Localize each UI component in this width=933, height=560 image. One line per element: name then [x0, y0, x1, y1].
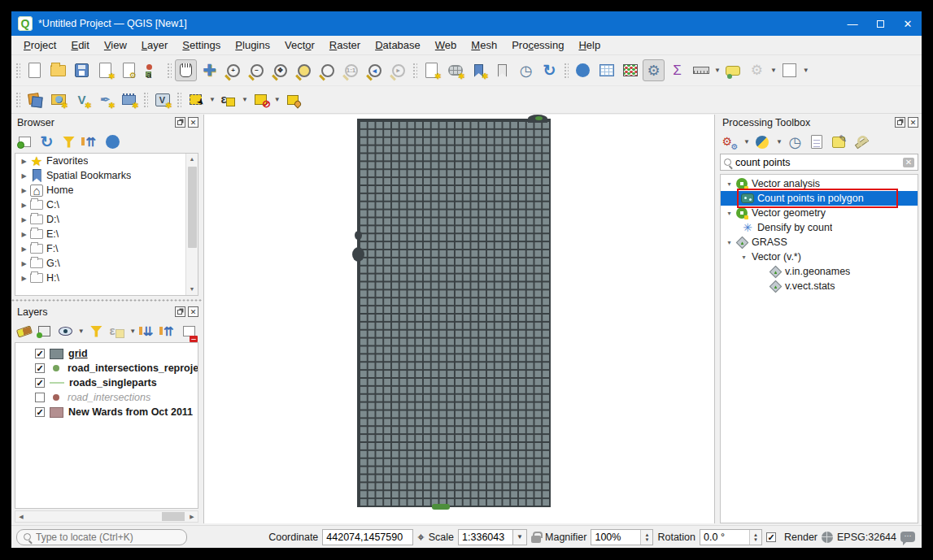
browser-item-e[interactable]: ▶E:\: [15, 227, 198, 241]
select-by-expression-button[interactable]: ε: [217, 89, 239, 111]
rotation-input[interactable]: [700, 530, 749, 545]
coordinate-input[interactable]: [322, 529, 413, 545]
open-project-button[interactable]: [47, 59, 69, 81]
scroll-thumb[interactable]: [162, 512, 185, 521]
browser-scrollbar[interactable]: ▲ ▼: [185, 154, 198, 295]
toolbox-search[interactable]: ✕: [720, 154, 918, 171]
edit-features-in-place-button[interactable]: [830, 132, 848, 151]
expander-icon[interactable]: ▶: [19, 216, 29, 224]
toolbox-item-v-in-geonames[interactable]: v.in.geonames: [721, 264, 918, 279]
filter-browser-button[interactable]: [59, 132, 78, 151]
toolbar-grip[interactable]: [176, 91, 181, 109]
pan-map-button[interactable]: [175, 59, 197, 81]
menu-vector[interactable]: Vector: [277, 37, 322, 54]
browser-item-spatial-bookmarks[interactable]: ▶Spatial Bookmarks: [15, 168, 198, 183]
clear-search-icon[interactable]: ✕: [903, 158, 914, 167]
new-print-layout-button[interactable]: ∗: [94, 59, 116, 81]
run-feature-action-button[interactable]: ⚙: [746, 59, 768, 81]
layer-visibility-checkbox[interactable]: ✓: [35, 363, 45, 373]
zoom-to-layer-button[interactable]: [316, 59, 338, 81]
menu-database[interactable]: Database: [368, 37, 428, 54]
python-console-button[interactable]: [753, 132, 772, 151]
browser-item-home[interactable]: ▶⌂Home: [15, 183, 198, 198]
expander-icon[interactable]: ▾: [739, 254, 749, 261]
collapse-all-button[interactable]: ⇈: [81, 132, 100, 151]
new-geopackage-layer-button[interactable]: ∗: [47, 89, 69, 111]
browser-item-h[interactable]: ▶H:\: [15, 271, 198, 285]
maximize-button[interactable]: [866, 11, 894, 36]
close-button[interactable]: ✕: [894, 11, 922, 36]
layer-item-road-intersections-reprojecte[interactable]: ✓road_intersections_reprojecte: [15, 361, 198, 376]
text-annotation-button[interactable]: [778, 59, 800, 81]
history-button[interactable]: ◷: [786, 132, 804, 151]
zoom-next-button[interactable]: ▸: [387, 59, 409, 81]
expander-icon[interactable]: ▶: [19, 172, 29, 180]
run-feature-action-dropdown-icon[interactable]: ▼: [770, 67, 777, 74]
spin-arrows[interactable]: ▲▼: [749, 530, 761, 545]
measure-line-button[interactable]: [690, 59, 712, 81]
results-viewer-button[interactable]: [808, 132, 826, 151]
layers-close-button[interactable]: ✕: [188, 306, 198, 317]
menu-edit[interactable]: Edit: [63, 37, 96, 54]
expander-icon[interactable]: ▾: [724, 180, 735, 188]
models-button[interactable]: ⚙⚙: [721, 132, 739, 151]
select-by-expression-dropdown-icon[interactable]: ▼: [242, 96, 248, 103]
layer-visibility-checkbox[interactable]: ✓: [35, 349, 45, 358]
temporal-controller-button[interactable]: ◷: [515, 59, 537, 81]
browser-item-g[interactable]: ▶G:\: [15, 256, 198, 271]
layer-item-roads-singleparts[interactable]: ✓roads_singleparts: [15, 376, 198, 390]
panel-splitter[interactable]: [11, 297, 202, 303]
statistical-summary-button[interactable]: Σ: [666, 59, 688, 81]
toolbar-grip[interactable]: [15, 91, 20, 109]
open-data-source-manager-button[interactable]: [24, 89, 46, 111]
menu-view[interactable]: View: [97, 37, 134, 54]
deselect-features-all-layers-button[interactable]: [250, 89, 272, 111]
menu-settings[interactable]: Settings: [175, 37, 228, 54]
new-spatialite-layer-button[interactable]: ✒∗: [94, 89, 116, 111]
refresh-map-button[interactable]: ↻: [538, 59, 560, 81]
scroll-right-icon[interactable]: ▶: [186, 514, 198, 520]
select-features-button[interactable]: ➤: [185, 89, 207, 111]
refresh-browser-button[interactable]: ↻: [37, 132, 56, 151]
scale-dropdown-button[interactable]: ▼: [513, 529, 527, 545]
magnifier-input[interactable]: [591, 530, 640, 545]
remove-layer-button[interactable]: [181, 322, 198, 341]
scroll-track[interactable]: [27, 511, 186, 522]
menu-plugins[interactable]: Plugins: [228, 37, 277, 54]
render-toggle[interactable]: ✓ Render: [766, 532, 817, 543]
locator-search[interactable]: [16, 529, 187, 545]
manage-map-themes-dropdown-icon[interactable]: ▼: [78, 328, 85, 335]
identify-features-button[interactable]: [572, 59, 594, 81]
lock-scale-icon[interactable]: [531, 536, 541, 543]
toolbox-item-densify-by-count[interactable]: ✳Densify by count: [721, 220, 918, 235]
expander-icon[interactable]: ▶: [19, 158, 29, 165]
locator-input[interactable]: [36, 532, 180, 543]
scroll-down-icon[interactable]: ▼: [190, 284, 195, 295]
toolbox-item-vector-v[interactable]: ▾Vector (v.*): [721, 250, 918, 264]
menu-raster[interactable]: Raster: [322, 37, 368, 54]
processing-toolbox-button[interactable]: ⚙: [643, 59, 665, 81]
scroll-left-icon[interactable]: ◀: [15, 514, 27, 520]
browser-item-c[interactable]: ▶C:\: [15, 198, 198, 212]
show-spatial-bookmarks-button[interactable]: [491, 59, 513, 81]
expander-icon[interactable]: ▶: [19, 187, 29, 194]
toolbox-search-input[interactable]: [735, 157, 899, 168]
show-layout-manager-button[interactable]: ⚙: [118, 59, 140, 81]
pan-map-to-selection-button[interactable]: ✚: [198, 59, 220, 81]
zoom-to-selection-button[interactable]: [293, 59, 315, 81]
expander-icon[interactable]: ▶: [19, 260, 29, 267]
filter-legend-by-expression-dropdown-icon[interactable]: ▼: [129, 328, 136, 335]
toolbox-close-button[interactable]: ✕: [908, 117, 918, 128]
expander-icon[interactable]: ▶: [19, 245, 29, 253]
open-field-calculator-button[interactable]: [619, 59, 641, 81]
new-virtual-layer-button[interactable]: ∗: [118, 89, 140, 111]
new-map-view-button[interactable]: ∗: [421, 59, 443, 81]
expander-icon[interactable]: ▾: [724, 239, 735, 246]
python-console-dropdown-icon[interactable]: ▼: [776, 138, 783, 145]
scale-input[interactable]: [458, 529, 513, 545]
layer-visibility-checkbox[interactable]: ✓: [35, 407, 45, 417]
layer-item-grid[interactable]: ✓grid: [15, 346, 198, 361]
expander-icon[interactable]: ▶: [19, 231, 29, 238]
models-dropdown-icon[interactable]: ▼: [743, 138, 750, 145]
toolbar-grip[interactable]: [15, 62, 20, 80]
